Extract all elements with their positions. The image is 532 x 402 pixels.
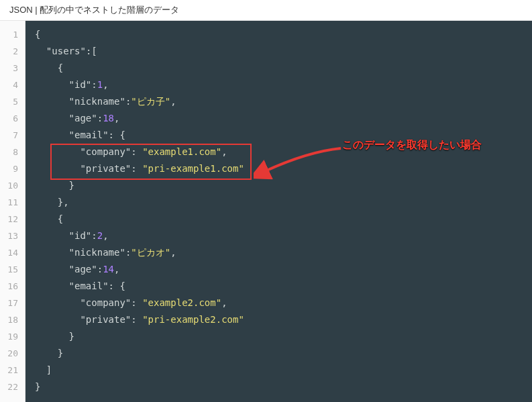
code-editor: 12345678910111213141516171819202122 { "u… [0,21,532,402]
code-line: } [35,177,532,194]
code-line: "users":[ [35,43,532,60]
code-line: ] [35,362,532,379]
code-line: "private": "pri-example1.com" [35,160,532,177]
line-number: 8 [0,144,25,160]
line-number-gutter: 12345678910111213141516171819202122 [0,21,25,402]
code-line: "company": "example2.com", [35,295,532,311]
code-line: "nickname":"ピカオ", [35,244,532,261]
line-number: 15 [0,261,25,278]
code-line: } [35,379,532,395]
line-number: 7 [0,127,25,144]
code-line: "nickname":"ピカ子", [35,93,532,110]
line-number: 13 [0,228,25,244]
code-line: "private": "pri-example2.com" [35,311,532,328]
code-line: }, [35,194,532,211]
line-number: 1 [0,26,25,43]
code-line: "email": { [35,278,532,295]
line-number: 21 [0,362,25,379]
code-line: "age":14, [35,261,532,278]
line-number: 9 [0,160,25,177]
line-number: 19 [0,328,25,345]
line-number: 16 [0,278,25,295]
code-line: { [35,60,532,77]
code-line: "id":2, [35,228,532,244]
annotation-label: このデータを取得したい場合 [342,136,482,153]
snippet-title-text: JSON | 配列の中でネストした階層のデータ [9,5,179,15]
code-line: { [35,211,532,228]
line-number: 17 [0,295,25,311]
line-number: 20 [0,345,25,362]
line-number: 12 [0,211,25,228]
line-number: 10 [0,177,25,194]
line-number: 11 [0,194,25,211]
code-line: "id":1, [35,77,532,93]
snippet-title: JSON | 配列の中でネストした階層のデータ [0,0,532,21]
line-number: 4 [0,77,25,93]
line-number: 22 [0,379,25,395]
line-number: 14 [0,244,25,261]
code-line: "age":18, [35,110,532,127]
line-number: 5 [0,93,25,110]
line-number: 18 [0,311,25,328]
line-number: 3 [0,60,25,77]
code-area[interactable]: { "users":[ { "id":1, "nickname":"ピカ子", … [25,21,532,402]
line-number: 2 [0,43,25,60]
line-number: 6 [0,110,25,127]
code-line: } [35,345,532,362]
code-line: { [35,26,532,43]
code-line: } [35,328,532,345]
